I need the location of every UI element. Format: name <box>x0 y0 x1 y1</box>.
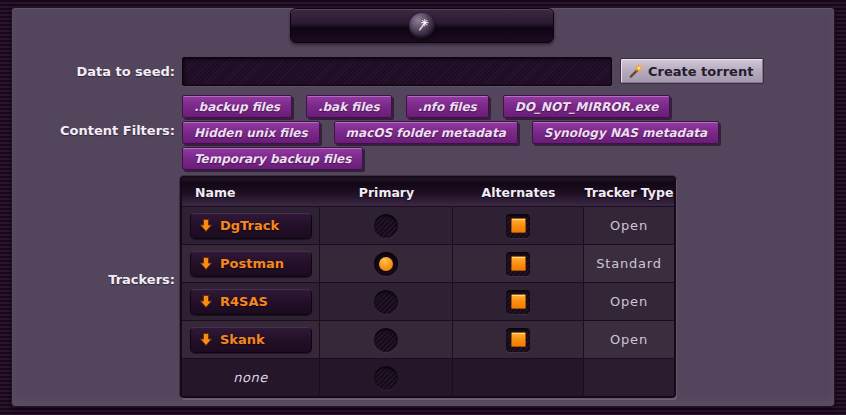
tracker-name-cell: DgTrack DgTrack <box>182 207 320 244</box>
checkbox-fill <box>511 332 526 347</box>
alternates-cell <box>453 207 584 244</box>
tracker-name-label: R4SAS <box>220 294 268 309</box>
radio-dot <box>379 257 393 271</box>
filter-chip[interactable]: .bak files <box>306 95 392 118</box>
primary-cell <box>320 207 453 244</box>
trackers-label: Trackers: <box>0 272 175 287</box>
tracker-type-cell: Open <box>584 321 674 358</box>
primary-radio[interactable] <box>374 290 398 314</box>
tracker-type-value: Open <box>610 218 648 233</box>
filter-chip[interactable]: .nfo files <box>406 95 489 118</box>
tracker-type-value: Standard <box>596 256 662 271</box>
alternates-checkbox[interactable] <box>506 290 530 314</box>
filter-chip-row: Temporary backup files <box>182 147 719 170</box>
tracker-type-value: Open <box>610 294 648 309</box>
tracker-name-none: none <box>182 370 319 385</box>
download-arrow-icon <box>200 257 212 270</box>
filter-chip[interactable]: DO_NOT_MIRROR.exe <box>503 95 671 118</box>
column-header-alternates: Alternates <box>453 185 584 200</box>
primary-radio[interactable] <box>374 252 398 276</box>
magic-wand-icon <box>628 64 643 79</box>
filter-chips: .backup files.bak files.nfo filesDO_NOT_… <box>182 95 719 170</box>
tracker-name-cell: R4SAS R4SAS <box>182 283 320 320</box>
create-torrent-label: Create torrent <box>648 64 753 79</box>
download-arrow-icon <box>200 295 212 308</box>
data-to-seed-input[interactable] <box>182 57 612 86</box>
primary-cell <box>320 283 453 320</box>
filter-chip[interactable]: Hidden unix files <box>182 121 320 144</box>
checkbox-fill <box>511 218 526 233</box>
magic-wand-sparkle-icon <box>409 13 435 39</box>
tracker-name-cell: Postman Postman <box>182 245 320 282</box>
tracker-name-button[interactable]: Postman <box>190 251 312 277</box>
tracker-row: Skank Skank Open <box>182 320 674 358</box>
panel-tab-handle[interactable] <box>290 8 554 43</box>
tracker-type-cell <box>584 359 674 396</box>
create-torrent-button[interactable]: Create torrent <box>620 58 764 84</box>
column-header-tracker-type: Tracker Type <box>584 185 674 200</box>
tracker-name-cell: Skank Skank <box>182 321 320 358</box>
alternates-cell <box>453 321 584 358</box>
trackers-table-header: Name Primary Alternates Tracker Type <box>182 178 674 206</box>
primary-cell <box>320 321 453 358</box>
checkbox-fill <box>511 256 526 271</box>
tracker-table-body: DgTrack DgTrack Open Postman Postman <box>182 206 674 396</box>
primary-radio[interactable] <box>374 328 398 352</box>
alternates-checkbox[interactable] <box>506 214 530 238</box>
tracker-type-value: Open <box>610 332 648 347</box>
tracker-type-cell: Standard <box>584 245 674 282</box>
primary-radio[interactable] <box>374 214 398 238</box>
tracker-name-button[interactable]: R4SAS <box>190 289 312 315</box>
tracker-type-cell: Open <box>584 207 674 244</box>
trackers-table: Name Primary Alternates Tracker Type DgT… <box>180 176 676 398</box>
filter-chip-row: Hidden unix filesmacOS folder metadataSy… <box>182 121 719 144</box>
filter-chip[interactable]: .backup files <box>182 95 292 118</box>
filter-chip-row: .backup files.bak files.nfo filesDO_NOT_… <box>182 95 719 118</box>
tracker-row: none none <box>182 358 674 396</box>
alternates-checkbox[interactable] <box>506 328 530 352</box>
tracker-name-label: Postman <box>220 256 284 271</box>
tracker-row: R4SAS R4SAS Open <box>182 282 674 320</box>
filter-chip[interactable]: Synology NAS metadata <box>532 121 719 144</box>
tracker-name-button[interactable]: DgTrack <box>190 213 312 239</box>
primary-cell <box>320 245 453 282</box>
download-arrow-icon <box>200 333 212 346</box>
content-filters-label: Content Filters: <box>0 123 175 138</box>
tracker-name-button[interactable]: Skank <box>190 327 312 353</box>
primary-radio[interactable] <box>374 366 398 390</box>
checkbox-fill <box>511 294 526 309</box>
primary-cell <box>320 359 453 396</box>
tracker-name-cell: none none <box>182 359 320 396</box>
data-to-seed-label: Data to seed: <box>0 64 175 79</box>
tracker-name-label: DgTrack <box>220 218 279 233</box>
column-header-primary: Primary <box>320 185 453 200</box>
alternates-cell <box>453 359 584 396</box>
tracker-row: DgTrack DgTrack Open <box>182 206 674 244</box>
download-arrow-icon <box>200 219 212 232</box>
filter-chip[interactable]: Temporary backup files <box>182 147 363 170</box>
alternates-cell <box>453 245 584 282</box>
tracker-type-cell: Open <box>584 283 674 320</box>
tracker-name-label: Skank <box>220 332 265 347</box>
filter-chip[interactable]: macOS folder metadata <box>334 121 518 144</box>
alternates-cell <box>453 283 584 320</box>
alternates-checkbox[interactable] <box>506 252 530 276</box>
column-header-name: Name <box>182 185 320 200</box>
tracker-row: Postman Postman Standard <box>182 244 674 282</box>
